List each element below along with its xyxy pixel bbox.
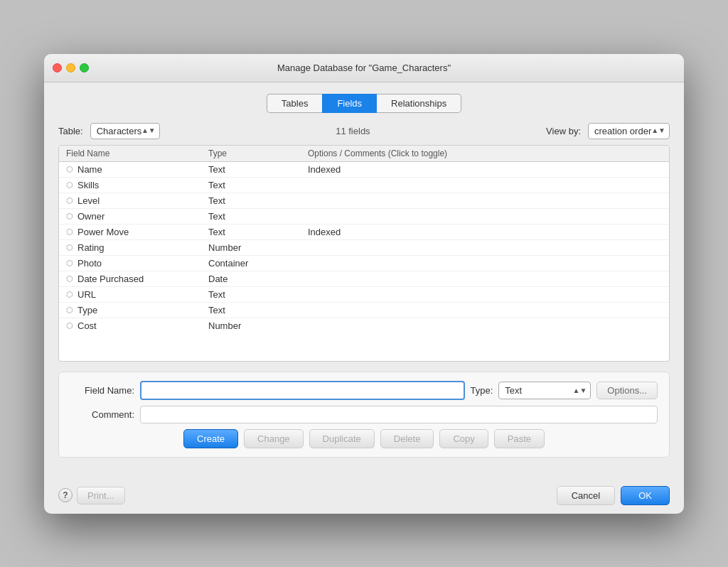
- table-row[interactable]: ⬡ URL Text: [59, 287, 669, 303]
- field-name-cell: ⬡ Cost: [66, 320, 208, 331]
- fields-count: 11 fields: [167, 126, 539, 136]
- field-name-cell: ⬡ Type: [66, 305, 208, 315]
- options-button[interactable]: Options...: [596, 382, 658, 399]
- field-name-value: Owner: [77, 211, 105, 222]
- drag-handle-icon: ⬡: [66, 290, 73, 299]
- drag-handle-icon: ⬡: [66, 274, 73, 284]
- field-name-value: Type: [77, 305, 97, 315]
- change-button[interactable]: Change: [244, 429, 304, 448]
- comment-label: Comment:: [70, 409, 134, 420]
- bottom-form: Field Name: Type: Text Number Date Time …: [58, 372, 670, 458]
- field-name-cell: ⬡ Rating: [66, 242, 208, 253]
- table-row[interactable]: ⬡ Power Move Text Indexed: [59, 225, 669, 240]
- action-buttons: Create Change Duplicate Delete Copy Past…: [70, 429, 658, 448]
- manage-database-window: Manage Database for "Game_Characters" Ta…: [44, 54, 684, 514]
- window-title: Manage Database for "Game_Characters": [277, 63, 451, 73]
- footer-actions: Cancel OK: [557, 486, 670, 505]
- field-name-input[interactable]: [140, 381, 465, 400]
- traffic-lights: [53, 63, 89, 72]
- table-row[interactable]: ⬡ Cost Number: [59, 318, 669, 333]
- window-footer: ? Print... Cancel OK: [44, 480, 684, 514]
- table-select-wrapper: Characters ▲▼: [90, 123, 160, 139]
- print-button[interactable]: Print...: [77, 487, 125, 504]
- field-name-value: Cost: [77, 320, 97, 331]
- tab-fields[interactable]: Fields: [322, 94, 377, 113]
- field-options-cell: Indexed: [308, 227, 662, 237]
- help-button[interactable]: ?: [58, 488, 73, 502]
- tab-tables[interactable]: Tables: [267, 94, 323, 113]
- viewby-label: View by:: [546, 126, 581, 136]
- field-type-cell: Text: [208, 305, 308, 315]
- col-header-options: Options / Comments (Click to toggle): [308, 148, 662, 158]
- field-type-cell: Text: [208, 211, 308, 222]
- copy-button[interactable]: Copy: [439, 429, 488, 448]
- table-row[interactable]: ⬡ Type Text: [59, 303, 669, 318]
- minimize-button[interactable]: [66, 63, 75, 72]
- field-type-cell: Text: [208, 289, 308, 300]
- type-label: Type:: [471, 385, 493, 396]
- field-name-cell: ⬡ URL: [66, 289, 208, 300]
- table-row[interactable]: ⬡ Name Text Indexed: [59, 162, 669, 178]
- tab-relationships[interactable]: Relationships: [377, 94, 461, 113]
- field-name-value: URL: [77, 289, 96, 300]
- fields-table-header: Field Name Type Options / Comments (Clic…: [59, 146, 669, 162]
- field-name-row: Field Name: Type: Text Number Date Time …: [70, 381, 658, 400]
- comment-input[interactable]: [140, 406, 658, 423]
- table-row[interactable]: ⬡ Rating Number: [59, 240, 669, 256]
- field-name-value: Level: [77, 195, 100, 206]
- create-button[interactable]: Create: [183, 429, 238, 448]
- field-name-value: Name: [77, 164, 102, 175]
- drag-handle-icon: ⬡: [66, 180, 73, 190]
- drag-handle-icon: ⬡: [66, 306, 73, 315]
- drag-handle-icon: ⬡: [66, 227, 73, 237]
- table-row[interactable]: ⬡ Date Purchased Date: [59, 271, 669, 287]
- ok-button[interactable]: OK: [621, 486, 670, 505]
- delete-button[interactable]: Delete: [380, 429, 434, 448]
- drag-handle-icon: ⬡: [66, 321, 73, 330]
- col-header-field-name: Field Name: [66, 148, 208, 158]
- table-controls: Table: Characters ▲▼ 11 fields View by: …: [58, 123, 670, 139]
- field-name-cell: ⬡ Power Move: [66, 227, 208, 237]
- field-type-cell: Text: [208, 227, 308, 237]
- drag-handle-icon: ⬡: [66, 259, 73, 268]
- fields-table-body: ⬡ Name Text Indexed ⬡ Skills Text ⬡ Leve…: [59, 162, 669, 361]
- table-row[interactable]: ⬡ Owner Text: [59, 209, 669, 225]
- maximize-button[interactable]: [80, 63, 89, 72]
- window-content: Tables Fields Relationships Table: Chara…: [44, 82, 684, 480]
- field-type-cell: Number: [208, 242, 308, 253]
- table-row[interactable]: ⬡ Skills Text: [59, 178, 669, 193]
- drag-handle-icon: ⬡: [66, 212, 73, 221]
- field-type-cell: Text: [208, 180, 308, 190]
- tabs-row: Tables Fields Relationships: [58, 94, 670, 113]
- field-name-value: Power Move: [77, 227, 129, 237]
- field-type-cell: Container: [208, 258, 308, 269]
- field-name-cell: ⬡ Skills: [66, 180, 208, 190]
- col-header-type: Type: [208, 148, 308, 158]
- field-name-value: Date Purchased: [77, 274, 144, 284]
- drag-handle-icon: ⬡: [66, 196, 73, 205]
- paste-button[interactable]: Paste: [494, 429, 545, 448]
- type-select[interactable]: Text Number Date Time Timestamp Containe…: [498, 382, 591, 399]
- field-type-cell: Text: [208, 195, 308, 206]
- viewby-select-wrapper: creation order field name ▲▼: [588, 123, 670, 139]
- fields-table: Field Name Type Options / Comments (Clic…: [58, 145, 670, 362]
- table-label: Table:: [58, 126, 83, 136]
- field-name-cell: ⬡ Date Purchased: [66, 274, 208, 284]
- table-select[interactable]: Characters: [90, 123, 160, 139]
- field-name-cell: ⬡ Photo: [66, 258, 208, 269]
- table-row[interactable]: ⬡ Photo Container: [59, 256, 669, 271]
- field-name-cell: ⬡ Level: [66, 195, 208, 206]
- close-button[interactable]: [53, 63, 62, 72]
- cancel-button[interactable]: Cancel: [557, 486, 615, 505]
- table-row[interactable]: ⬡ Level Text: [59, 193, 669, 209]
- viewby-select[interactable]: creation order field name: [588, 123, 670, 139]
- field-name-cell: ⬡ Name: [66, 164, 208, 175]
- duplicate-button[interactable]: Duplicate: [309, 429, 375, 448]
- drag-handle-icon: ⬡: [66, 165, 73, 174]
- field-name-value: Skills: [77, 180, 99, 190]
- type-select-wrapper: Text Number Date Time Timestamp Containe…: [498, 382, 591, 399]
- comment-row: Comment:: [70, 406, 658, 423]
- field-name-value: Photo: [77, 258, 102, 269]
- field-name-value: Rating: [77, 242, 105, 253]
- field-type-cell: Date: [208, 274, 308, 284]
